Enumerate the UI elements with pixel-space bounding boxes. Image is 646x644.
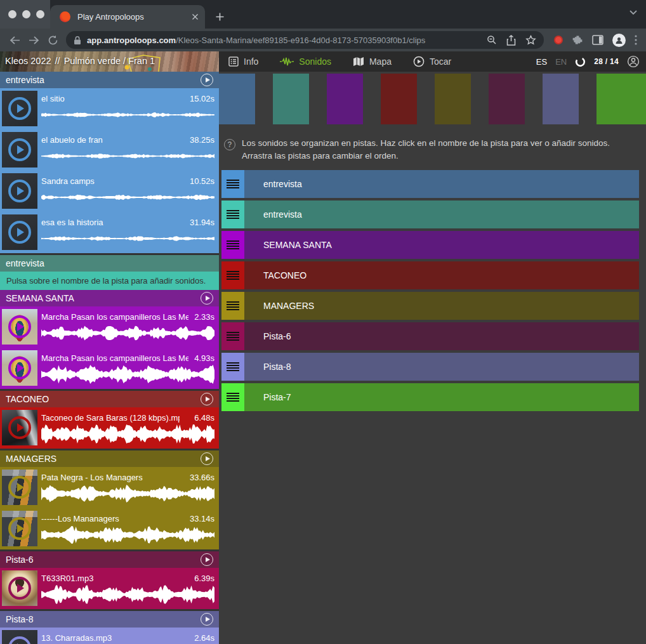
clip[interactable]: Marcha Pasan los campanilleros Las Mejor… xyxy=(0,308,219,348)
clip[interactable]: Marcha Pasan los campanilleros Las Mejor… xyxy=(0,350,219,389)
tab-sonidos-active[interactable]: Sonidos xyxy=(280,56,331,67)
color-swatch-entrevista-1[interactable] xyxy=(219,74,255,124)
track-row-pista-7[interactable]: Pista-7 xyxy=(221,383,639,411)
drag-handle-icon xyxy=(227,210,239,219)
clip[interactable]: Taconeo de Sara Baras (128 kbps).mp3 6.4… xyxy=(0,409,219,449)
help-banner: Los sonidos se organizan en pistas. Haz … xyxy=(219,131,646,166)
sidebar-track-header[interactable]: Pista-8 xyxy=(0,611,219,628)
window-close-button[interactable] xyxy=(8,10,16,18)
extensions-puzzle-icon[interactable] xyxy=(572,34,583,46)
track-play-button[interactable] xyxy=(201,553,213,566)
window-fullscreen-button[interactable] xyxy=(36,10,44,18)
clip-thumbnail[interactable] xyxy=(2,511,37,546)
track-play-button[interactable] xyxy=(201,393,213,405)
profile-avatar[interactable] xyxy=(612,34,626,47)
track-row-body[interactable]: entrevista xyxy=(244,200,639,228)
back-button[interactable] xyxy=(5,30,24,49)
track-play-button[interactable] xyxy=(201,613,213,626)
clip-thumbnail[interactable] xyxy=(2,350,37,386)
track-play-button[interactable] xyxy=(201,74,213,86)
drag-handle[interactable] xyxy=(221,383,244,411)
window-minimize-button[interactable] xyxy=(22,10,30,18)
clip-thumbnail[interactable] xyxy=(2,410,37,445)
clip-thumbnail[interactable] xyxy=(2,570,37,606)
close-tab-icon[interactable] xyxy=(192,13,199,20)
reload-button[interactable] xyxy=(43,30,62,49)
tab-info[interactable]: Info xyxy=(228,56,258,67)
color-swatch-taconeo[interactable] xyxy=(381,74,417,124)
account-icon[interactable] xyxy=(627,55,640,68)
track-row-managers[interactable]: MANAGERS xyxy=(221,292,639,320)
sidebar-track-header[interactable]: entrevista xyxy=(0,255,219,272)
clip-thumbnail[interactable] xyxy=(2,309,37,345)
browser-menu-icon[interactable] xyxy=(635,35,637,45)
clip-thumbnail[interactable] xyxy=(2,132,37,168)
color-swatch-pista-8[interactable] xyxy=(543,74,579,124)
lang-en[interactable]: EN xyxy=(555,57,567,67)
track-row-body[interactable]: MANAGERS xyxy=(244,292,639,320)
side-panel-icon[interactable] xyxy=(592,35,603,45)
record-extension-icon[interactable] xyxy=(554,36,563,44)
lang-es[interactable]: ES xyxy=(536,57,547,67)
clip[interactable]: T633R01.mp3 6.39s xyxy=(0,570,219,609)
track-row-entrevista-2[interactable]: entrevista xyxy=(221,200,639,228)
track-row-pista-6[interactable]: Pista-6 xyxy=(221,322,639,350)
drag-handle[interactable] xyxy=(221,322,244,350)
tab-mapa[interactable]: Mapa xyxy=(353,56,392,67)
track-play-button[interactable] xyxy=(201,292,213,305)
track-row-entrevista-1[interactable]: entrevista xyxy=(221,170,639,198)
sidebar-track-header[interactable]: Pista-6 xyxy=(0,551,219,568)
clip-title: Marcha Pasan los campanilleros Las Mejor… xyxy=(41,353,188,363)
bookmark-star-icon[interactable] xyxy=(525,35,536,45)
drag-handle[interactable] xyxy=(221,170,244,198)
track-row-body[interactable]: Pista-6 xyxy=(244,322,639,350)
track-row-taconeo[interactable]: TACONEO xyxy=(221,261,639,289)
forward-button[interactable] xyxy=(24,30,43,49)
clip[interactable]: ------Los Mananagers 33.14s xyxy=(0,510,219,549)
track-row-body[interactable]: Pista-8 xyxy=(244,353,639,381)
drag-handle[interactable] xyxy=(221,200,244,228)
new-tab-button[interactable] xyxy=(215,5,225,29)
drag-handle[interactable] xyxy=(221,231,244,259)
tab-tocar[interactable]: Tocar xyxy=(413,56,451,67)
tab-search-chevron-icon[interactable] xyxy=(629,10,638,15)
color-swatch-pista-7[interactable] xyxy=(597,74,646,124)
url-bar[interactable]: app.antropoloops.com/Kleos-Santa-Marina/… xyxy=(66,31,544,49)
track-row-pista-8[interactable]: Pista-8 xyxy=(221,353,639,381)
sidebar-track-header[interactable]: SEMANA SANTA xyxy=(0,290,219,306)
browser-tab[interactable]: Play Antropoloops xyxy=(50,5,205,29)
clip-thumbnail[interactable] xyxy=(2,91,37,126)
clip-play-icon xyxy=(8,636,31,644)
color-swatch-pista-6[interactable] xyxy=(489,74,525,124)
track-row-semana-santa[interactable]: SEMANA SANTA xyxy=(221,231,639,259)
clip-thumbnail[interactable] xyxy=(2,470,37,505)
clip-thumbnail[interactable] xyxy=(2,173,37,209)
clip-thumbnail[interactable] xyxy=(2,214,37,250)
clip[interactable]: Sandra camps 10.52s xyxy=(0,173,219,212)
color-swatch-semana-santa[interactable] xyxy=(327,74,363,124)
track-play-button[interactable] xyxy=(201,452,213,465)
track-row-body[interactable]: SEMANA SANTA xyxy=(244,231,639,259)
drag-handle[interactable] xyxy=(221,353,244,381)
zoom-icon[interactable] xyxy=(487,35,497,45)
clip-thumbnail[interactable] xyxy=(2,630,37,644)
share-icon[interactable] xyxy=(506,35,516,46)
clip[interactable]: el abuelo de fran 38.25s xyxy=(0,131,219,171)
sidebar-track-header[interactable]: TACONEO xyxy=(0,391,219,407)
remix-map-thumbnail[interactable]: Kleos 2022//Pulmón verde / Fran 1 xyxy=(0,51,219,72)
clip[interactable]: Pata Negra - Los Managers 33.66s xyxy=(0,469,219,508)
sidebar-track-header[interactable]: MANAGERS xyxy=(0,450,219,467)
clip[interactable]: 13. Charradas.mp3 2.64s xyxy=(0,629,219,644)
clip[interactable]: el sitio 15.02s xyxy=(0,90,219,129)
track-row-body[interactable]: Pista-7 xyxy=(244,383,639,411)
drag-handle[interactable] xyxy=(221,261,244,289)
color-swatch-managers[interactable] xyxy=(435,74,471,124)
breadcrumb: Kleos 2022//Pulmón verde / Fran 1 xyxy=(5,56,155,66)
clip[interactable]: esa es la historia 31.94s xyxy=(0,214,219,253)
sidebar-track-header[interactable]: entrevista xyxy=(0,72,219,88)
color-swatch-entrevista-2[interactable] xyxy=(273,74,309,124)
drag-handle[interactable] xyxy=(221,292,244,320)
track-row-body[interactable]: TACONEO xyxy=(244,261,639,289)
track-row-body[interactable]: entrevista xyxy=(244,170,639,198)
sidebar-track-taconeo: TACONEO Taconeo de Sara Baras (128 kbps)… xyxy=(0,391,219,449)
